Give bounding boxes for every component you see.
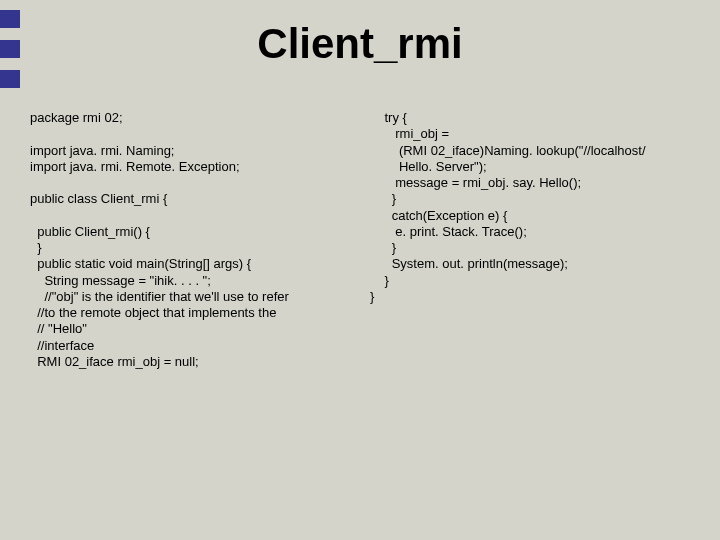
code-column-left: package rmi 02; import java. rmi. Naming… [30, 110, 370, 520]
page-title: Client_rmi [0, 20, 720, 68]
slide: Client_rmi package rmi 02; import java. … [0, 0, 720, 540]
decor-bar-3 [0, 70, 20, 88]
code-column-right: try { rmi_obj = (RMI 02_iface)Naming. lo… [370, 110, 700, 520]
code-area: package rmi 02; import java. rmi. Naming… [30, 110, 700, 520]
